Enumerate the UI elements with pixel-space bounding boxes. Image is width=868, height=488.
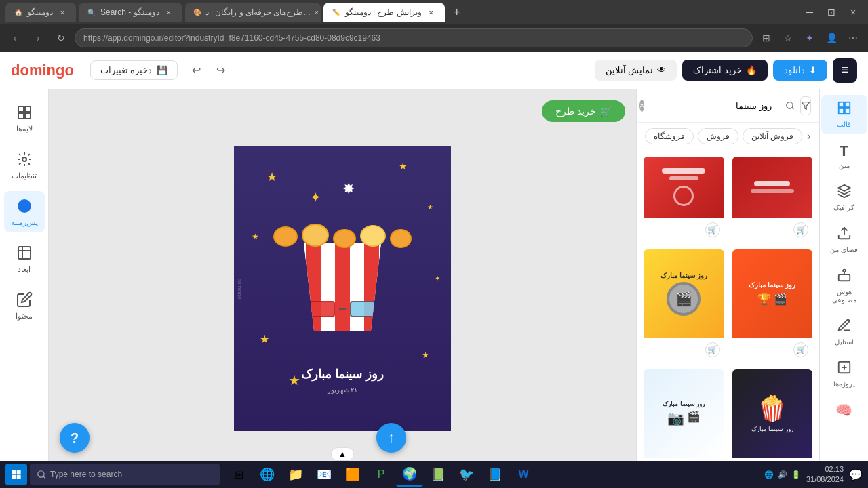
close-button[interactable]: × [844,3,863,22]
taskbar-taskview[interactable]: ⊞ [225,462,252,487]
svg-rect-17 [838,274,850,281]
taskbar-app3[interactable]: P [368,462,395,487]
taskbar-app5[interactable]: 🐦 [453,462,480,487]
search-button[interactable] [785,96,795,115]
text-icon: T [840,142,848,160]
right-tool-ai[interactable]: هوش مصنوعی [821,262,867,310]
right-tool-myspace[interactable]: فضای من [821,220,867,260]
forward-button[interactable]: › [28,28,47,47]
download-button[interactable]: ⬇ دانلود [773,60,827,81]
taskbar-edge[interactable]: 🌐 [254,462,281,487]
tab-close-2[interactable]: × [163,7,174,18]
taskbar-app1[interactable]: 📧 [311,462,338,487]
tags-nav-button[interactable]: ‹ [806,128,811,144]
refresh-button[interactable]: ↻ [52,28,71,47]
template-card-1[interactable]: 🛒 [642,155,726,243]
minimize-button[interactable]: ─ [800,3,819,22]
tool-background-label: پس‌زمینه [11,218,38,227]
upload-button[interactable]: ↑ [376,423,406,453]
buy-subscription-button[interactable]: 🔥 خرید اشتراک [682,60,768,81]
filter-button[interactable] [800,96,811,115]
taskbar-app2[interactable]: 🟧 [339,462,366,487]
copilot-button[interactable]: ✦ [800,28,819,47]
tab-close-4[interactable]: × [426,7,437,18]
hamburger-menu-button[interactable]: ≡ [833,58,857,83]
svg-point-10 [787,102,793,108]
popcorn-top [273,226,412,248]
tool-dimensions[interactable]: ابعاد [4,238,45,279]
tab-domingo[interactable]: 🏠 دومینگو × [5,3,76,22]
cinema-subtitle: ۲۱ شهریور [245,386,440,394]
taskbar-app6[interactable]: 📘 [481,462,509,487]
taskbar-search[interactable]: Type here to search [30,464,220,485]
taskbar-browser[interactable]: 🌍 [396,462,423,487]
taskbar-word[interactable]: W [510,462,537,487]
help-button[interactable]: ? [60,423,90,453]
tool-settings[interactable]: تنظیمات [4,144,45,186]
star-2: ★ [399,161,408,171]
template-card-3[interactable]: روز سینما مبارک 🎬 🛒 [642,248,726,363]
more-button[interactable]: ⋯ [844,28,863,47]
right-tool-style[interactable]: استایل [821,312,867,352]
save-icon: 💾 [157,65,167,75]
kernel-1 [273,226,298,247]
taskbar-app4[interactable]: 📗 [425,462,452,487]
tab-close-1[interactable]: × [57,7,68,18]
template-card-4[interactable]: روز سینما مبارک 🏆 🎬 🛒 [731,248,814,363]
svg-rect-0 [18,106,24,112]
search-clear-button[interactable]: × [639,100,644,112]
tag-online-sales[interactable]: فروش آنلاین [743,128,802,144]
svg-rect-27 [17,470,21,474]
projects-label: پروژه‌ها [833,380,855,388]
redo-button[interactable]: ↪ [210,60,232,81]
tool-background[interactable]: پس‌زمینه [4,191,45,232]
tool-layers[interactable]: لایه‌ها [4,98,45,139]
tab-close-3[interactable]: × [315,7,319,18]
right-tool-brain[interactable]: 🧠 [821,396,867,424]
right-tool-graphics[interactable]: گرافیک [821,178,867,218]
logo-text: domingo [11,62,74,79]
profile-button[interactable]: 👤 [822,28,841,47]
right-tool-text[interactable]: T متن [821,137,867,176]
right-tool-projects[interactable]: پروژه‌ها [821,354,867,394]
tag-store[interactable]: فروشگاه [645,128,694,144]
save-label: ذخیره تغییرات [100,65,153,75]
tool-content[interactable]: محتوا [4,285,45,326]
panel-search-bar: × [637,89,819,123]
search-input[interactable] [650,97,780,115]
buy-design-button[interactable]: 🛒 خرید طرح [542,100,625,122]
battery-icon: 🔋 [791,470,801,479]
extensions-button[interactable]: ⊞ [757,28,776,47]
cart-badge-4[interactable]: 🛒 [793,342,808,357]
tab-designs[interactable]: 🎨 طرح‌های حرفه‌ای و رایگان | د... × [185,3,321,22]
notification-button[interactable]: 💬 [849,468,863,481]
preview-button[interactable]: 👁 نمایش آنلاین [595,60,677,81]
tab-search[interactable]: 🔍 Search - دومینگو × [79,3,182,22]
back-button[interactable]: ‹ [5,28,24,47]
address-bar: ‹ › ↻ https://app.domingo.ir/editor?indu… [0,24,868,52]
collapse-panel-button[interactable]: ▲ [331,447,354,461]
svg-rect-29 [17,475,21,479]
url-input[interactable]: https://app.domingo.ir/editor?industryId… [75,28,753,47]
restore-button[interactable]: ⊡ [822,3,841,22]
save-button[interactable]: 💾 ذخیره تغییرات [90,60,178,80]
start-button[interactable] [5,464,27,485]
tab-editor[interactable]: ✏️ ویرایش طرح | دومینگو × [323,3,445,22]
undo-button[interactable]: ↩ [186,60,208,81]
svg-rect-1 [25,106,31,112]
taskbar-explorer[interactable]: 📁 [282,462,309,487]
cart-badge-2[interactable]: 🛒 [793,222,808,237]
brain-icon: 🧠 [835,402,852,418]
new-tab-button[interactable]: + [448,3,467,22]
cart-badge-3[interactable]: 🛒 [705,342,720,357]
template-icon [837,100,852,119]
tab-bar: 🏠 دومینگو × 🔍 Search - دومینگو × 🎨 طرح‌ه… [0,0,868,24]
right-tool-template[interactable]: قالب [821,95,867,134]
template-card-2[interactable]: 🛒 [731,155,814,243]
cart-badge-1[interactable]: 🛒 [705,222,720,237]
popcorn-illustration [273,226,412,331]
tag-sales[interactable]: فروش [698,128,738,144]
taskbar-time[interactable]: 02:13 31/08/2024 [806,464,844,485]
template-thumb-5: روز سینما مبارک 📷 🎬 [644,369,724,458]
favorites-button[interactable]: ☆ [778,28,797,47]
